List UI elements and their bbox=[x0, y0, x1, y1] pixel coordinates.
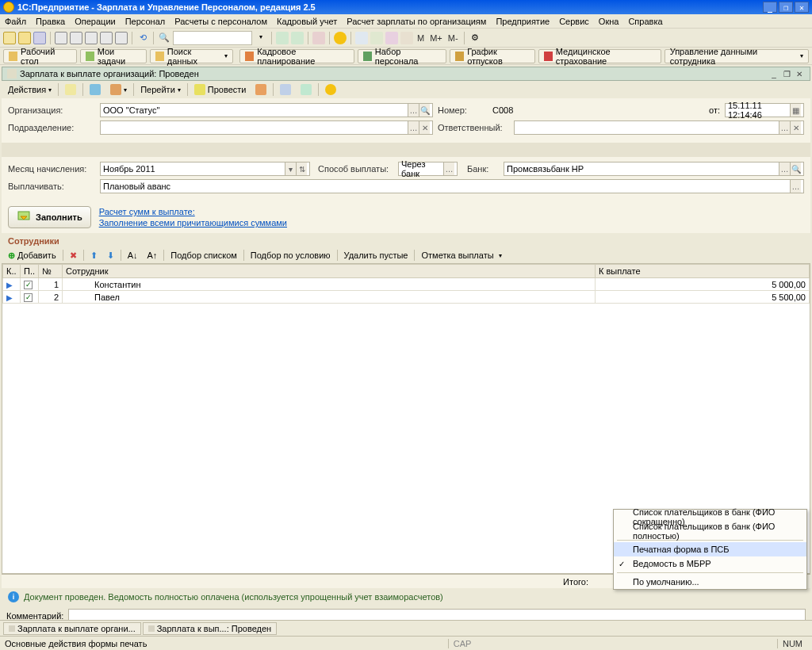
col-n[interactable]: № bbox=[39, 265, 63, 278]
calendar-icon[interactable] bbox=[355, 32, 368, 44]
menu-payroll-calc[interactable]: Расчеты с персоналом bbox=[174, 17, 267, 26]
paste-icon[interactable] bbox=[85, 32, 98, 44]
mplus-label[interactable]: М+ bbox=[428, 33, 444, 43]
window-tab-1[interactable]: Зарплата к выплате органи... bbox=[3, 622, 141, 635]
search-icon[interactable]: 🔍 bbox=[158, 32, 170, 44]
tb-new-icon[interactable] bbox=[62, 82, 79, 97]
doc-close-button[interactable]: ✕ bbox=[794, 69, 805, 78]
doc-restore-button[interactable]: ❐ bbox=[781, 69, 792, 78]
col-amount[interactable]: К выплате bbox=[596, 265, 810, 278]
select-cond-button[interactable]: Подбор по условию bbox=[247, 248, 334, 262]
pay-field[interactable]: Плановый аванс… bbox=[100, 179, 804, 193]
row-checkbox[interactable]: ✓ bbox=[24, 293, 33, 302]
month-field[interactable]: Ноябрь 2011▾⇅ bbox=[100, 162, 310, 176]
org-field[interactable]: ООО "Статус"…🔍 bbox=[100, 103, 433, 117]
menu-edit[interactable]: Правка bbox=[36, 17, 65, 26]
form-area-2: Месяц начисления: Ноябрь 2011▾⇅ Способ в… bbox=[2, 157, 810, 201]
goto-button[interactable]: Перейти▾ bbox=[137, 82, 184, 97]
help-icon[interactable] bbox=[334, 32, 347, 44]
row-checkbox[interactable]: ✓ bbox=[24, 281, 33, 289]
menu-file[interactable]: Файл bbox=[5, 17, 26, 26]
bank-field[interactable]: Промсвязьбанк НР…🔍 bbox=[504, 162, 804, 176]
copy-icon[interactable] bbox=[70, 32, 82, 44]
window-tab-2[interactable]: Зарплата к вып...: Проведен bbox=[143, 622, 277, 635]
tb-list2-icon[interactable] bbox=[297, 82, 315, 97]
date-field[interactable]: 15.11.11 12:14:46▦ bbox=[725, 103, 804, 117]
search-input[interactable] bbox=[173, 31, 252, 45]
doc-minimize-button[interactable]: _ bbox=[768, 69, 779, 78]
tab-medical[interactable]: Медицинское страхование bbox=[538, 49, 661, 63]
main-toolbar: ⟲ 🔍 ▾ М М+ М- ⚙ bbox=[0, 29, 812, 48]
fill-link-1[interactable]: Расчет сумм к выплате: bbox=[99, 206, 287, 217]
paste2-icon[interactable] bbox=[100, 32, 113, 44]
tab-emp-data[interactable]: Управление данными сотрудника▾ bbox=[665, 49, 809, 63]
mminus-label[interactable]: М- bbox=[446, 33, 460, 43]
undo-icon[interactable]: ⟲ bbox=[136, 32, 149, 44]
col-p[interactable]: П.. bbox=[21, 265, 39, 278]
tool-icon[interactable] bbox=[312, 32, 325, 44]
menu-help[interactable]: Справка bbox=[628, 17, 662, 26]
tab-search[interactable]: Поиск данных▾ bbox=[150, 49, 233, 63]
print-menu-item-2[interactable]: Список плательщиков в банк (ФИО полность… bbox=[614, 524, 806, 538]
col-emp[interactable]: Сотрудник bbox=[63, 265, 596, 278]
menu-hr[interactable]: Кадровый учет bbox=[277, 17, 337, 26]
calc-icon[interactable] bbox=[370, 32, 383, 44]
provesti-button[interactable]: Провести bbox=[191, 82, 250, 97]
minimize-button[interactable]: _ bbox=[763, 2, 777, 13]
cut-icon[interactable] bbox=[55, 32, 67, 44]
division-field[interactable]: …✕ bbox=[100, 120, 433, 135]
menu-operations[interactable]: Операции bbox=[75, 17, 115, 26]
tab-recruit[interactable]: Набор персонала bbox=[358, 49, 446, 63]
col-k[interactable]: К.. bbox=[3, 265, 21, 278]
fill-button[interactable]: Заполнить bbox=[8, 206, 91, 228]
move-down-icon[interactable]: ⬇ bbox=[104, 248, 117, 262]
refresh2-icon[interactable] bbox=[291, 32, 304, 44]
menu-enterprise[interactable]: Предприятие bbox=[496, 17, 550, 26]
tab-vacation[interactable]: График отпусков bbox=[450, 49, 535, 63]
tab-desktop[interactable]: Рабочий стол bbox=[3, 49, 77, 63]
menu-personnel[interactable]: Персонал bbox=[125, 17, 166, 26]
tab-tasks[interactable]: Мои задачи bbox=[80, 49, 147, 63]
actions-button[interactable]: Действия▾ bbox=[5, 82, 55, 97]
add-button[interactable]: ⊕Добавить bbox=[5, 248, 59, 262]
tb-help-icon[interactable] bbox=[322, 82, 339, 97]
fill-icon bbox=[17, 210, 31, 224]
tb-book-icon[interactable] bbox=[86, 82, 104, 97]
menu-windows[interactable]: Окна bbox=[599, 17, 619, 26]
status-bar: Основные действия формы печать CAP NUM bbox=[0, 636, 812, 650]
delete-empty-button[interactable]: Удалить пустые bbox=[341, 248, 412, 262]
m-label[interactable]: М bbox=[416, 33, 426, 43]
table-row[interactable]: ▶ ✓ 1 Константин 5 000,00 bbox=[3, 278, 810, 291]
tab-planning[interactable]: Кадровое планирование bbox=[239, 49, 354, 63]
fill-link-2[interactable]: Заполнение всеми причитающимися суммами bbox=[99, 217, 287, 228]
new-icon[interactable] bbox=[3, 32, 16, 44]
search-drop-icon[interactable]: ▾ bbox=[255, 32, 267, 44]
print-icon[interactable] bbox=[115, 32, 128, 44]
tool2-icon[interactable] bbox=[385, 32, 398, 44]
refresh-icon[interactable] bbox=[276, 32, 289, 44]
select-list-button[interactable]: Подбор списком bbox=[167, 248, 240, 262]
delete-row-icon[interactable]: ✖ bbox=[67, 248, 80, 262]
move-up-icon[interactable]: ⬆ bbox=[87, 248, 101, 262]
settings-icon[interactable]: ⚙ bbox=[469, 32, 481, 44]
document-icon bbox=[7, 69, 17, 78]
tb-link-icon[interactable]: ▾ bbox=[107, 82, 130, 97]
tb-list1-icon[interactable] bbox=[277, 82, 294, 97]
menu-service[interactable]: Сервис bbox=[559, 17, 589, 26]
open-icon[interactable] bbox=[18, 32, 31, 44]
mark-payment-button[interactable]: Отметка выплаты▾ bbox=[418, 248, 504, 262]
restore-button[interactable]: ❐ bbox=[779, 2, 793, 13]
print-menu-item-3[interactable]: Печатная форма в ПСБ bbox=[614, 542, 806, 556]
sort-asc-icon[interactable]: A↓ bbox=[124, 248, 141, 262]
paymethod-field[interactable]: Через банк… bbox=[398, 162, 458, 176]
save-icon[interactable] bbox=[33, 32, 46, 44]
close-button[interactable]: ✕ bbox=[795, 2, 809, 13]
tb-doc-icon[interactable] bbox=[252, 82, 270, 97]
responsible-field[interactable]: …✕ bbox=[514, 120, 804, 135]
print-menu-item-5[interactable]: По умолчанию... bbox=[614, 575, 806, 589]
table-row[interactable]: ▶ ✓ 2 Павел 5 500,00 bbox=[3, 291, 810, 304]
menu-org-payroll[interactable]: Расчет зарплаты по организациям bbox=[347, 17, 486, 26]
print-menu-item-4[interactable]: ✓Ведомость в МБРР bbox=[614, 556, 806, 571]
users-icon[interactable] bbox=[400, 32, 413, 44]
sort-desc-icon[interactable]: A↑ bbox=[144, 248, 160, 262]
